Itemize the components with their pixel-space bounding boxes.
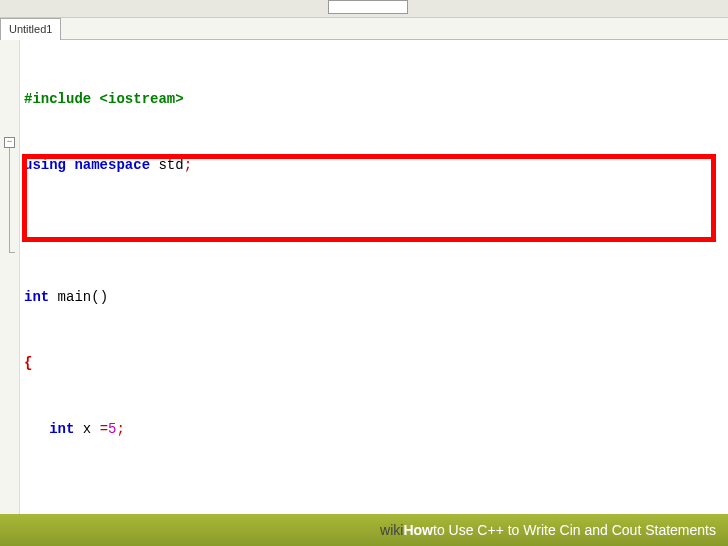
tab-label: Untitled1 xyxy=(9,23,52,35)
footer-wiki: wiki xyxy=(380,522,403,538)
footer-how: How xyxy=(403,522,433,538)
code-line: using namespace std; xyxy=(24,154,724,176)
toolbar-fragment xyxy=(328,0,408,14)
code-text-area[interactable]: #include <iostream> using namespace std;… xyxy=(20,40,728,514)
footer-title: to Use C++ to Write Cin and Cout Stateme… xyxy=(433,522,716,538)
fold-guide-end xyxy=(9,252,15,253)
tab-untitled[interactable]: Untitled1 xyxy=(0,18,61,40)
editor-gutter: − xyxy=(0,40,20,514)
code-line-blank xyxy=(24,220,724,242)
window-chrome-top xyxy=(0,0,728,18)
code-line: #include <iostream> xyxy=(24,88,724,110)
code-line-blank xyxy=(24,484,724,506)
code-line: int x =5; xyxy=(24,418,724,440)
code-line: int main() xyxy=(24,286,724,308)
tab-bar: Untitled1 xyxy=(0,18,728,40)
code-editor[interactable]: − #include <iostream> using namespace st… xyxy=(0,40,728,514)
code-line: { xyxy=(24,352,724,374)
wikihow-watermark: wikiHow to Use C++ to Write Cin and Cout… xyxy=(0,514,728,546)
fold-toggle-icon[interactable]: − xyxy=(4,137,15,148)
fold-guide-line xyxy=(9,148,10,252)
